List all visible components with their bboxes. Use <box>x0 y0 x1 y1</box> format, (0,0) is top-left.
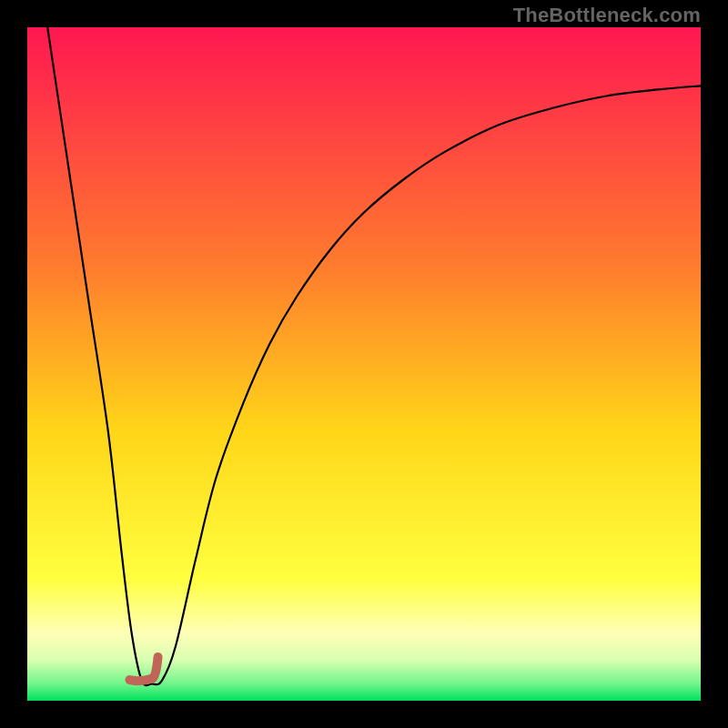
attribution-watermark: TheBottleneck.com <box>513 4 701 27</box>
chart-frame: TheBottleneck.com <box>0 0 728 728</box>
gradient-background <box>27 27 701 701</box>
chart-canvas <box>27 27 701 701</box>
plot-area <box>27 27 701 701</box>
